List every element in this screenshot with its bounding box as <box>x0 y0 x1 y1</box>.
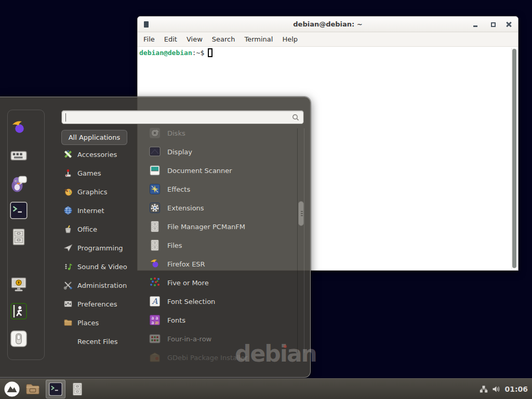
terminal-menubar: File Edit View Search Terminal Help <box>138 32 518 47</box>
programming-icon <box>63 243 73 252</box>
preferences-icon <box>63 299 73 309</box>
extensions-icon <box>149 202 161 214</box>
scrollbar-grip <box>301 211 303 212</box>
effects-icon <box>149 183 161 195</box>
category-programming[interactable]: Programming <box>63 238 141 257</box>
terminal-taskbar-button[interactable] <box>46 380 65 398</box>
app-display[interactable]: Display <box>149 142 295 161</box>
scrollbar-grip <box>301 215 303 216</box>
menu-terminal[interactable]: Terminal <box>240 32 277 46</box>
menu-view[interactable]: View <box>182 32 207 46</box>
menu-scrollbar-thumb[interactable] <box>298 201 304 226</box>
app-document-scanner[interactable]: Document Scanner <box>149 161 295 180</box>
scrollbar-grip <box>301 213 303 214</box>
document-scanner-icon <box>149 164 161 177</box>
prompt-suffix: :~$ <box>192 49 204 57</box>
app-disks[interactable]: Disks <box>149 124 295 142</box>
internet-icon <box>63 206 73 215</box>
package-icon <box>149 351 161 364</box>
fonts-icon <box>149 314 161 326</box>
application-menu: debian All Applications Accessories Game… <box>0 97 311 378</box>
app-gdebi-package-installer[interactable]: GDebi Package Installer <box>149 348 295 367</box>
menu-edit[interactable]: Edit <box>159 32 182 46</box>
pidgin-icon[interactable] <box>9 174 28 193</box>
system-tray: 01:06 <box>480 385 532 393</box>
close-icon <box>506 22 511 27</box>
category-internet[interactable]: Internet <box>63 201 141 220</box>
file-cabinet-icon <box>149 220 161 233</box>
prompt-user-host: debian@debian <box>139 49 192 57</box>
folder-icon <box>25 381 41 397</box>
minimize-button[interactable] <box>471 20 480 29</box>
search-input[interactable] <box>61 110 304 124</box>
display-icon <box>149 145 161 158</box>
menu-button[interactable] <box>3 380 21 398</box>
category-recent-files[interactable]: Recent Files <box>63 332 141 351</box>
terminal-cursor <box>208 48 212 57</box>
file-cabinet-icon[interactable] <box>9 228 28 246</box>
keyboard-icon[interactable] <box>9 146 28 165</box>
app-fonts[interactable]: Fonts <box>149 311 295 329</box>
file-manager-launcher[interactable] <box>69 380 86 398</box>
disks-icon <box>149 127 161 139</box>
terminal-titlebar[interactable]: debian@debian: ~ <box>138 17 518 32</box>
sound-video-icon <box>63 262 73 271</box>
app-files[interactable]: Files <box>149 236 295 255</box>
terminal-icon[interactable] <box>9 201 28 220</box>
places-icon <box>63 318 73 327</box>
menu-logo-icon <box>4 381 20 397</box>
app-five-or-more[interactable]: Five or More <box>149 273 295 292</box>
clock[interactable]: 01:06 <box>504 385 528 393</box>
menu-help[interactable]: Help <box>277 32 302 46</box>
category-office[interactable]: Office <box>63 220 141 238</box>
office-icon <box>63 224 73 234</box>
category-preferences[interactable]: Preferences <box>63 295 141 313</box>
all-applications-button[interactable]: All Applications <box>61 130 127 145</box>
app-effects[interactable]: Effects <box>149 180 295 198</box>
shutdown-icon[interactable] <box>9 329 28 348</box>
app-firefox-esr[interactable]: Firefox ESR <box>149 255 295 273</box>
app-file-manager-pcmanfm[interactable]: File Manager PCManFM <box>149 217 295 236</box>
five-or-more-icon <box>149 276 161 289</box>
app-four-in-a-row[interactable]: Four-in-a-row <box>149 329 295 348</box>
category-sound-video[interactable]: Sound & Video <box>63 257 141 276</box>
folder-launcher[interactable] <box>24 380 42 398</box>
terminal-icon <box>48 382 63 396</box>
menu-file[interactable]: File <box>139 32 159 46</box>
firefox-icon[interactable] <box>9 118 28 137</box>
lock-screen-icon[interactable] <box>9 275 28 294</box>
games-icon <box>63 168 73 178</box>
menu-search[interactable]: Search <box>207 32 240 46</box>
shell-prompt: debian@debian:~$ <box>139 48 212 57</box>
category-places[interactable]: Places <box>63 313 141 332</box>
file-cabinet-icon <box>70 381 85 397</box>
desktop: debian@debian: ~ File Edit View Search T… <box>0 0 532 399</box>
app-font-selection[interactable]: Font Selection <box>149 292 295 311</box>
search-icon <box>291 113 300 122</box>
volume-icon[interactable] <box>492 385 500 393</box>
graphics-icon <box>63 187 73 196</box>
menu-scrollbar[interactable] <box>297 128 304 353</box>
category-games[interactable]: Games <box>63 164 141 182</box>
four-in-a-row-icon <box>149 332 161 345</box>
maximize-icon <box>491 22 496 27</box>
category-accessories[interactable]: Accessories <box>63 145 141 164</box>
terminal-title: debian@debian: ~ <box>138 20 518 28</box>
category-graphics[interactable]: Graphics <box>63 182 141 201</box>
firefox-icon <box>149 258 161 270</box>
terminal-scrollbar[interactable] <box>511 48 517 269</box>
file-cabinet-icon <box>149 239 161 251</box>
maximize-button[interactable] <box>489 20 497 29</box>
font-selection-icon <box>149 295 161 308</box>
search-caret <box>65 113 66 122</box>
administration-icon <box>63 281 73 290</box>
close-button[interactable] <box>504 20 513 29</box>
accessories-icon <box>63 150 73 159</box>
logout-icon[interactable] <box>9 302 28 321</box>
category-administration[interactable]: Administration <box>63 276 141 295</box>
taskbar: 01:06 <box>0 378 532 399</box>
network-icon[interactable] <box>480 385 488 393</box>
terminal-scrollbar-thumb[interactable] <box>512 49 516 268</box>
minimize-icon <box>473 25 477 27</box>
app-extensions[interactable]: Extensions <box>149 198 295 217</box>
